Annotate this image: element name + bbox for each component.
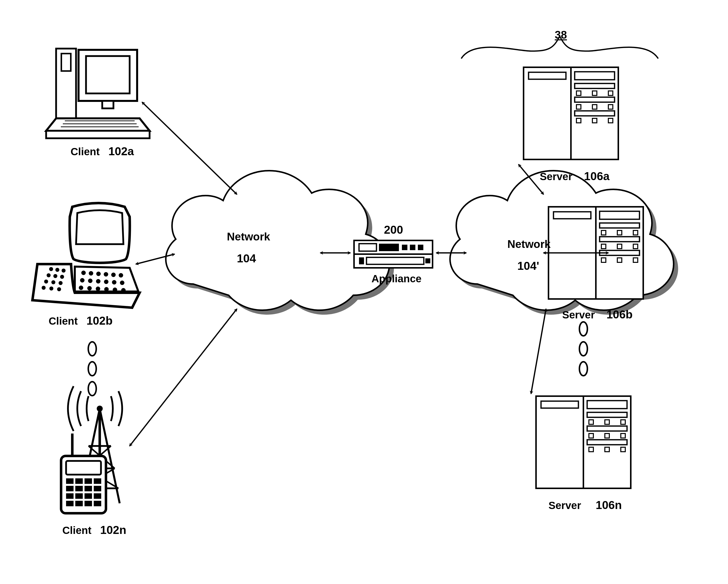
svg-rect-84 [575, 72, 615, 80]
svg-rect-11 [61, 54, 71, 71]
svg-rect-95 [592, 118, 597, 123]
svg-rect-98 [553, 212, 591, 219]
svg-point-32 [96, 272, 101, 276]
svg-rect-127 [605, 434, 609, 438]
svg-rect-128 [621, 434, 625, 438]
svg-point-39 [104, 280, 108, 284]
svg-point-115 [579, 362, 588, 376]
svg-point-34 [111, 273, 116, 277]
client-n-label-text: Client [62, 525, 92, 536]
server-b-ref: 106b [606, 308, 632, 321]
svg-point-29 [57, 287, 61, 291]
server-n-icon [536, 396, 631, 488]
svg-point-18 [49, 267, 53, 271]
svg-rect-110 [601, 258, 606, 262]
svg-line-134 [130, 309, 237, 446]
svg-point-37 [88, 279, 93, 283]
svg-rect-79 [84, 501, 92, 506]
client-a-label: Client 102a [71, 144, 134, 158]
svg-rect-90 [608, 91, 613, 95]
svg-point-49 [88, 362, 96, 376]
svg-point-45 [104, 287, 109, 291]
client-n-label: Client 102n [62, 523, 126, 537]
svg-rect-65 [66, 478, 74, 484]
svg-point-48 [88, 342, 96, 356]
svg-rect-69 [66, 486, 74, 491]
svg-point-43 [87, 286, 92, 290]
svg-rect-73 [66, 493, 74, 499]
svg-point-61 [97, 406, 103, 412]
svg-rect-109 [633, 244, 638, 249]
client-a-ref: 102a [108, 145, 134, 158]
server-a-ref: 106a [584, 170, 609, 183]
svg-point-28 [49, 286, 53, 290]
svg-rect-87 [575, 111, 615, 116]
svg-rect-102 [600, 237, 640, 242]
server-b-label-text: Server [562, 309, 595, 321]
svg-rect-122 [587, 440, 627, 445]
svg-point-46 [113, 287, 117, 292]
svg-line-139 [531, 309, 546, 394]
svg-rect-119 [587, 400, 627, 409]
appliance-label: Appliance [371, 273, 422, 285]
diagram-svg [0, 0, 728, 584]
svg-rect-9 [425, 258, 430, 263]
svg-point-33 [104, 272, 108, 277]
svg-rect-117 [541, 401, 578, 408]
svg-rect-85 [575, 83, 615, 88]
svg-point-21 [47, 273, 51, 277]
svg-rect-64 [66, 461, 101, 475]
svg-point-113 [579, 322, 588, 336]
svg-point-36 [80, 278, 84, 282]
svg-rect-120 [587, 412, 627, 417]
svg-rect-82 [528, 72, 566, 79]
svg-rect-116 [536, 396, 583, 488]
server-n-ref: 106n [596, 499, 622, 511]
svg-rect-93 [608, 105, 613, 109]
server-a-label-text: Server [540, 171, 572, 183]
client-b-label-text: Client [49, 315, 78, 327]
svg-rect-130 [605, 447, 609, 452]
svg-point-42 [79, 285, 83, 290]
svg-rect-125 [621, 420, 625, 424]
client-b-ref: 102b [86, 314, 113, 327]
svg-rect-131 [621, 447, 625, 452]
svg-rect-88 [576, 91, 581, 95]
svg-point-20 [61, 269, 66, 273]
svg-rect-80 [94, 501, 101, 506]
diagram-canvas: 38 Client 102a Client 102b Client 102n N… [0, 0, 728, 584]
svg-rect-13 [86, 56, 130, 93]
svg-rect-14 [102, 101, 113, 108]
svg-rect-67 [84, 478, 92, 484]
client-a-label-text: Client [71, 146, 100, 158]
svg-point-25 [51, 280, 55, 284]
network-left-label: Network [227, 230, 270, 243]
svg-rect-70 [75, 486, 83, 491]
svg-rect-108 [617, 244, 622, 249]
svg-rect-121 [587, 426, 627, 431]
svg-rect-124 [605, 420, 609, 424]
server-n-label: Server 106n [548, 498, 622, 512]
svg-point-35 [119, 273, 123, 278]
svg-rect-68 [94, 478, 101, 484]
svg-rect-8 [366, 257, 424, 265]
svg-rect-75 [84, 493, 92, 499]
svg-rect-106 [633, 230, 638, 235]
server-b-label: Server 106b [562, 308, 632, 321]
svg-rect-104 [601, 230, 606, 235]
svg-rect-101 [600, 223, 640, 228]
svg-rect-126 [589, 434, 593, 438]
svg-point-44 [96, 286, 100, 291]
svg-rect-78 [75, 501, 83, 506]
svg-rect-100 [600, 211, 640, 219]
server-farm-ref: 38 [555, 29, 567, 41]
svg-point-31 [89, 271, 93, 276]
svg-rect-81 [524, 67, 571, 160]
svg-rect-91 [576, 105, 581, 109]
svg-rect-72 [94, 486, 101, 491]
svg-rect-86 [575, 97, 615, 102]
svg-rect-71 [84, 486, 92, 491]
svg-point-41 [120, 281, 124, 285]
svg-line-132 [142, 102, 237, 194]
svg-point-47 [121, 288, 126, 293]
